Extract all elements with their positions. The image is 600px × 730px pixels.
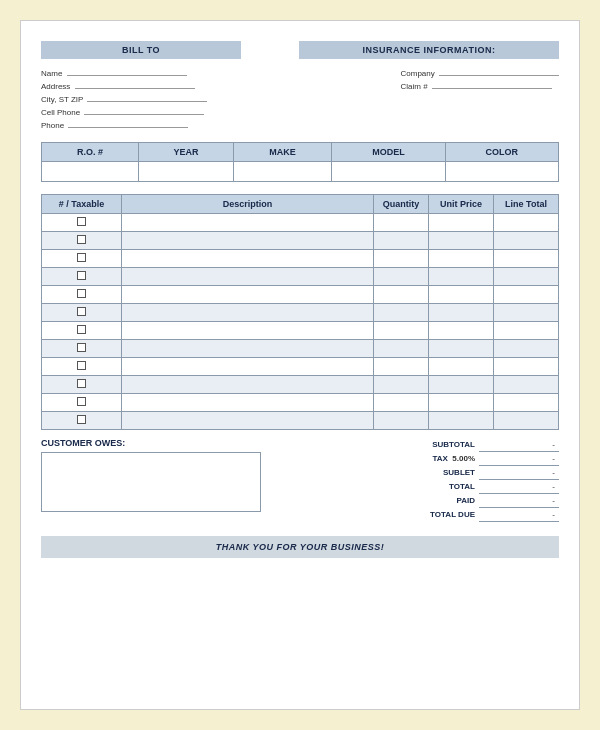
- row-taxable: [42, 322, 122, 340]
- row-line-total: [494, 286, 559, 304]
- col-taxable: # / Taxable: [42, 195, 122, 214]
- row-line-total: [494, 376, 559, 394]
- fields-row: Name Address City, ST ZIP Cell Phone Pho…: [41, 69, 559, 130]
- row-unit-price: [429, 286, 494, 304]
- row-description: [122, 304, 374, 322]
- total-value: -: [479, 480, 559, 494]
- checkbox[interactable]: [77, 217, 86, 226]
- row-description: [122, 376, 374, 394]
- field-cell: Cell Phone: [41, 108, 207, 117]
- row-description: [122, 322, 374, 340]
- row-taxable: [42, 286, 122, 304]
- row-line-total: [494, 232, 559, 250]
- footer-text: THANK YOU FOR YOUR BUSINESS!: [216, 542, 385, 552]
- table-row: [42, 268, 559, 286]
- bill-to-header: BILL TO: [41, 41, 241, 59]
- checkbox[interactable]: [77, 397, 86, 406]
- customer-owes-label: CUSTOMER OWES:: [41, 438, 280, 448]
- field-company: Company: [401, 69, 559, 78]
- field-phone: Phone: [41, 121, 207, 130]
- field-claim: Claim #: [401, 82, 559, 91]
- row-unit-price: [429, 394, 494, 412]
- row-unit-price: [429, 412, 494, 430]
- row-quantity: [374, 232, 429, 250]
- table-row: [42, 232, 559, 250]
- sublet-label: SUBLET: [280, 466, 479, 480]
- checkbox[interactable]: [77, 289, 86, 298]
- row-unit-price: [429, 322, 494, 340]
- row-unit-price: [429, 232, 494, 250]
- checkbox[interactable]: [77, 253, 86, 262]
- subtotal-value: -: [479, 438, 559, 452]
- row-quantity: [374, 268, 429, 286]
- row-taxable: [42, 250, 122, 268]
- total-row: TOTAL -: [280, 480, 559, 494]
- checkbox[interactable]: [77, 343, 86, 352]
- vehicle-color: [445, 162, 558, 182]
- insurance-fields: Company Claim #: [401, 69, 559, 130]
- row-line-total: [494, 358, 559, 376]
- checkbox[interactable]: [77, 379, 86, 388]
- paid-value: -: [479, 494, 559, 508]
- row-taxable: [42, 214, 122, 232]
- row-description: [122, 394, 374, 412]
- row-taxable: [42, 340, 122, 358]
- sublet-value: -: [479, 466, 559, 480]
- table-row: [42, 304, 559, 322]
- row-quantity: [374, 322, 429, 340]
- row-unit-price: [429, 304, 494, 322]
- row-description: [122, 358, 374, 376]
- total-label: TOTAL: [280, 480, 479, 494]
- row-quantity: [374, 394, 429, 412]
- checkbox[interactable]: [77, 307, 86, 316]
- vehicle-col-year: YEAR: [139, 143, 234, 162]
- vehicle-ro: [42, 162, 139, 182]
- row-line-total: [494, 304, 559, 322]
- row-unit-price: [429, 214, 494, 232]
- bottom-section: CUSTOMER OWES: SUBTOTAL - TAX 5.00% - SU…: [41, 438, 559, 522]
- row-taxable: [42, 304, 122, 322]
- tax-value: -: [479, 452, 559, 466]
- checkbox[interactable]: [77, 235, 86, 244]
- footer: THANK YOU FOR YOUR BUSINESS!: [41, 536, 559, 558]
- field-city: City, ST ZIP: [41, 95, 207, 104]
- vehicle-table: R.O. # YEAR MAKE MODEL COLOR: [41, 142, 559, 182]
- paid-label: PAID: [280, 494, 479, 508]
- row-quantity: [374, 358, 429, 376]
- header-row: BILL TO INSURANCE INFORMATION:: [41, 41, 559, 59]
- checkbox[interactable]: [77, 361, 86, 370]
- row-quantity: [374, 286, 429, 304]
- subtotal-label: SUBTOTAL: [280, 438, 479, 452]
- row-line-total: [494, 340, 559, 358]
- col-quantity: Quantity: [374, 195, 429, 214]
- checkbox[interactable]: [77, 325, 86, 334]
- field-address: Address: [41, 82, 207, 91]
- checkbox[interactable]: [77, 271, 86, 280]
- items-table: # / Taxable Description Quantity Unit Pr…: [41, 194, 559, 430]
- row-unit-price: [429, 376, 494, 394]
- row-unit-price: [429, 358, 494, 376]
- checkbox[interactable]: [77, 415, 86, 424]
- vehicle-row: [42, 162, 559, 182]
- row-taxable: [42, 268, 122, 286]
- table-row: [42, 322, 559, 340]
- row-taxable: [42, 358, 122, 376]
- total-due-value: -: [479, 508, 559, 522]
- row-line-total: [494, 322, 559, 340]
- table-row: [42, 394, 559, 412]
- col-description: Description: [122, 195, 374, 214]
- sublet-row: SUBLET -: [280, 466, 559, 480]
- vehicle-model: [332, 162, 445, 182]
- row-description: [122, 232, 374, 250]
- paid-row: PAID -: [280, 494, 559, 508]
- row-unit-price: [429, 250, 494, 268]
- row-taxable: [42, 376, 122, 394]
- row-line-total: [494, 412, 559, 430]
- row-quantity: [374, 340, 429, 358]
- row-quantity: [374, 250, 429, 268]
- row-description: [122, 250, 374, 268]
- row-line-total: [494, 214, 559, 232]
- vehicle-make: [233, 162, 331, 182]
- col-unit-price: Unit Price: [429, 195, 494, 214]
- row-unit-price: [429, 340, 494, 358]
